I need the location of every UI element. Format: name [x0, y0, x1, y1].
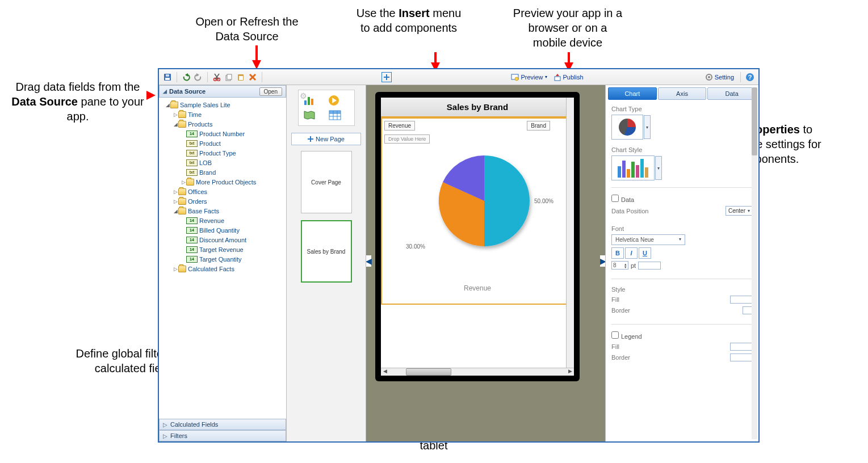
gear-icon[interactable]: ⚙ [300, 91, 307, 100]
horizontal-scrollbar[interactable]: ◀▶ [381, 368, 574, 376]
data-position-select[interactable]: Center [726, 206, 753, 216]
tree-field[interactable]: txtBrand [160, 167, 285, 177]
bar-icon [618, 166, 621, 178]
x-axis-field[interactable]: Brand [527, 121, 550, 131]
tree-field[interactable]: 14Billed Quantity [160, 225, 285, 235]
bar-icon [640, 159, 644, 178]
tree-field[interactable]: txtProduct Type [160, 148, 285, 158]
tab-axis[interactable]: Axis [658, 87, 707, 100]
cut-icon[interactable] [212, 72, 222, 82]
paste-icon[interactable] [236, 72, 246, 82]
italic-button[interactable]: I [625, 247, 638, 259]
property-tabs: Chart Axis Data [608, 87, 756, 100]
numeric-badge-icon: 14 [186, 237, 198, 243]
panel-scrollbar[interactable] [752, 87, 757, 439]
plus-icon [308, 136, 313, 142]
copy-icon[interactable] [224, 72, 234, 82]
insert-icon[interactable] [381, 72, 392, 82]
tree-field[interactable]: txtProduct [160, 138, 285, 148]
folder-icon [170, 102, 178, 108]
tree-field[interactable]: 14Revenue [160, 216, 285, 225]
help-icon[interactable]: ? [745, 72, 755, 82]
chevron-down-icon[interactable]: ▾ [655, 156, 662, 180]
tree-folder-products[interactable]: ◢Products [160, 119, 285, 129]
tree-field[interactable]: 14Target Revenue [160, 245, 285, 254]
preview-label: Preview [521, 74, 543, 81]
tree-field[interactable]: 14Product Number [160, 129, 285, 138]
legend-border-swatch[interactable] [730, 353, 753, 361]
tab-data[interactable]: Data [707, 87, 756, 100]
svg-rect-10 [239, 76, 243, 80]
setting-button[interactable]: Setting [703, 72, 736, 82]
text-badge-icon: txt [186, 140, 198, 147]
bold-button[interactable]: B [611, 247, 624, 259]
delete-icon[interactable] [248, 72, 258, 82]
callout-open-refresh: Open or Refresh the Data Source [190, 14, 304, 44]
fill-swatch[interactable] [730, 296, 753, 304]
publish-icon [553, 73, 561, 81]
pie-chart-icon [619, 119, 636, 136]
callout-insert: Use the Insert menu to add components [352, 6, 466, 35]
play-icon[interactable] [328, 95, 342, 106]
svg-rect-31 [329, 111, 341, 113]
properties-panel: Chart Axis Data Chart Type ▾ Chart Style… [605, 85, 758, 441]
vertical-scrollbar[interactable] [566, 98, 574, 368]
font-size-input[interactable]: 8▴▾ [611, 261, 628, 270]
font-family-select[interactable]: Helvetica Neue [611, 234, 685, 245]
page-thumb-sales-brand[interactable]: Sales by Brand [301, 220, 352, 283]
chart-type-selector[interactable]: ▾ [611, 115, 643, 140]
bar-icon [627, 169, 630, 178]
device-screen: Sales by Brand ✥ Revenue Brand Drop Valu… [381, 98, 574, 376]
legend-border-label: Border [611, 354, 727, 361]
legend-fill-swatch[interactable] [730, 343, 753, 351]
collapse-right-icon[interactable]: ▶ [600, 255, 605, 267]
border-label: Border [611, 307, 739, 314]
preview-button[interactable]: Preview▾ [509, 72, 549, 82]
drop-value-zone[interactable]: Drop Value Here [384, 134, 430, 144]
tree-folder-orders[interactable]: ▷Orders [160, 196, 285, 206]
tree-folder-time[interactable]: ▷Time [160, 110, 285, 119]
tree-folder-calc-facts[interactable]: ▷Calculated Facts [160, 264, 285, 273]
collapse-left-icon[interactable]: ◀ [366, 255, 371, 267]
filters-section[interactable]: ▷Filters [159, 430, 286, 441]
new-page-button[interactable]: New Page [291, 133, 361, 145]
tree-field[interactable]: 14Discount Amount [160, 235, 285, 245]
svg-text:?: ? [748, 74, 752, 81]
chart-style-selector[interactable]: ▾ [611, 155, 655, 180]
bar-icon [645, 167, 648, 178]
tree-root[interactable]: ◢Sample Sales Lite [160, 100, 285, 110]
font-color-swatch[interactable] [638, 262, 661, 270]
calculated-fields-section[interactable]: ▷Calculated Fields [159, 419, 286, 430]
bar-icon [622, 161, 626, 178]
y-axis-field[interactable]: Revenue [384, 121, 415, 131]
data-source-header[interactable]: ◢ Data Source Open [159, 85, 286, 98]
tree-field[interactable]: txtLOB [160, 158, 285, 167]
chevron-down-icon[interactable]: ▾ [644, 115, 651, 139]
underline-button[interactable]: U [639, 247, 651, 259]
undo-icon[interactable] [181, 72, 191, 82]
svg-point-19 [708, 76, 710, 78]
data-checkbox[interactable] [611, 195, 619, 202]
tree-folder-offices[interactable]: ▷Offices [160, 187, 285, 196]
folder-icon [178, 111, 186, 118]
save-icon[interactable] [162, 72, 173, 82]
svg-rect-1 [165, 78, 170, 80]
tree-field[interactable]: 14Target Quantity [160, 254, 285, 264]
bar-icon [631, 162, 635, 178]
legend-checkbox[interactable] [611, 331, 619, 339]
numeric-badge-icon: 14 [186, 131, 198, 137]
svg-rect-23 [308, 97, 310, 105]
tree-folder-more-products[interactable]: ▷More Product Objects [160, 177, 285, 187]
svg-rect-2 [166, 74, 169, 77]
tab-chart[interactable]: Chart [608, 87, 657, 100]
publish-button[interactable]: Publish [551, 72, 586, 82]
page-thumb-cover[interactable]: Cover Page [301, 151, 352, 213]
redo-icon[interactable] [193, 72, 203, 82]
map-icon[interactable] [303, 110, 317, 121]
chart-component[interactable]: Revenue Brand Drop Value Here [381, 117, 574, 305]
text-badge-icon: txt [186, 159, 198, 166]
tree-folder-base-facts[interactable]: ◢Base Facts [160, 206, 285, 216]
open-button[interactable]: Open [259, 87, 282, 96]
table-icon[interactable] [328, 110, 342, 121]
svg-point-16 [515, 77, 518, 81]
